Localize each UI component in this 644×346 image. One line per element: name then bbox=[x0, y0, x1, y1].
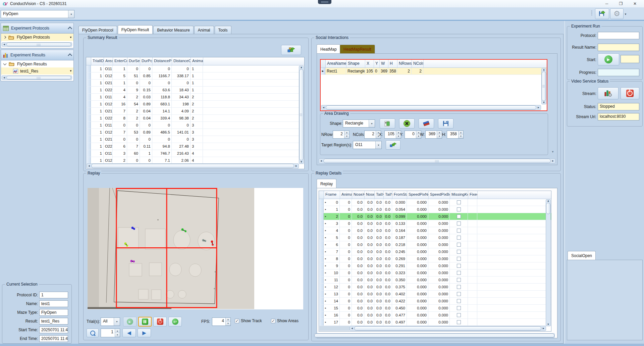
apply-target-button[interactable] bbox=[386, 140, 400, 150]
missingkeys-checkbox[interactable] bbox=[457, 200, 461, 204]
missingkeys-checkbox[interactable] bbox=[457, 264, 461, 268]
experiment-results-header[interactable]: Experiment Results bbox=[1, 50, 74, 60]
expander-icon[interactable] bbox=[3, 36, 6, 39]
row-expander-icon[interactable]: ▸ bbox=[325, 271, 326, 274]
chevron-down-icon[interactable]: ▼ bbox=[114, 318, 120, 326]
column-header[interactable]: Shape bbox=[346, 60, 365, 67]
column-header[interactable]: TailX bbox=[375, 191, 384, 199]
tab-socialopen[interactable]: SocialOpen bbox=[568, 251, 596, 260]
scroll-down-icon[interactable]: ▼ bbox=[542, 101, 546, 104]
replay-details-vscrollbar[interactable]: ▲ ▼ bbox=[546, 199, 551, 326]
missingkeys-checkbox[interactable] bbox=[457, 306, 461, 310]
column-header[interactable]: NoseY bbox=[365, 191, 375, 199]
column-header[interactable]: DistancePix bbox=[153, 57, 172, 65]
spin-up-icon[interactable]: ▲ bbox=[437, 131, 442, 135]
pause-button[interactable] bbox=[138, 317, 152, 327]
area-ncols-spinner[interactable]: 2▲▼ bbox=[364, 131, 381, 139]
scroll-left-icon[interactable]: ◄ bbox=[319, 160, 323, 162]
toolbar-overflow-chevron[interactable]: ▼ bbox=[624, 13, 627, 16]
prev-frame-button[interactable]: ◀ bbox=[122, 329, 136, 337]
missingkeys-checkbox[interactable] bbox=[457, 214, 461, 218]
checkbox-checked-icon[interactable]: ✓ bbox=[271, 319, 275, 323]
area-nrows-spinner[interactable]: 2▲▼ bbox=[333, 131, 350, 139]
tab-replay-details[interactable]: Replay bbox=[317, 179, 336, 188]
replay-details-row[interactable]: ▸700.00.00.00.00.2450.0000.000 bbox=[319, 248, 551, 255]
summary-table-row[interactable]: 1O21100001 bbox=[86, 80, 304, 87]
column-header[interactable]: NCols bbox=[412, 60, 424, 67]
spin-down-icon[interactable]: ▼ bbox=[226, 322, 230, 326]
scroll-left-icon[interactable]: ◄ bbox=[350, 327, 354, 330]
scroll-up-icon[interactable]: ▲ bbox=[299, 66, 304, 69]
column-header[interactable]: W bbox=[380, 60, 388, 67]
replay-details-hscrollbar[interactable]: ◄ ► bbox=[350, 326, 546, 331]
row-expander-icon[interactable]: ▸ bbox=[325, 286, 326, 288]
replay-video[interactable] bbox=[88, 188, 254, 309]
tab-animal[interactable]: Animal bbox=[194, 26, 214, 34]
stop-button[interactable] bbox=[153, 317, 167, 327]
tree-item-test1-res[interactable]: test1_Res ▼ bbox=[1, 67, 73, 75]
restart-button[interactable]: ↩ bbox=[168, 317, 182, 327]
replay-details-page-hscrollbar[interactable] bbox=[314, 333, 555, 338]
start-value-input[interactable] bbox=[621, 55, 639, 63]
missingkeys-checkbox[interactable] bbox=[457, 285, 461, 289]
draw-area-button[interactable] bbox=[380, 118, 395, 129]
tab-flyopen-result[interactable]: FlyOpen Result bbox=[118, 25, 153, 34]
spin-down-icon[interactable]: ▼ bbox=[437, 135, 442, 138]
shape-combobox[interactable]: Rectangle ▼ bbox=[343, 119, 375, 128]
column-header[interactable]: DurSec bbox=[127, 57, 140, 65]
close-button[interactable]: ✕ bbox=[629, 0, 641, 7]
row-expander-icon[interactable]: ▸ bbox=[325, 321, 326, 324]
replay-details-row[interactable]: ▸1400.00.00.00.00.4220.0000.000 bbox=[319, 298, 551, 305]
scroll-down-icon[interactable]: ▼ bbox=[299, 161, 304, 163]
column-header[interactable]: Area bbox=[104, 57, 113, 65]
scroll-up-icon[interactable]: ▲ bbox=[546, 200, 550, 202]
chevron-down-icon[interactable]: ▼ bbox=[68, 10, 74, 18]
stream-power-button[interactable] bbox=[621, 87, 639, 99]
summary-table-row[interactable]: 1O11420.03118.834.432 bbox=[86, 94, 304, 101]
row-expander-icon[interactable]: ▸ bbox=[325, 215, 326, 218]
summary-hscrollbar[interactable]: ◄ ► bbox=[87, 163, 299, 168]
missingkeys-checkbox[interactable] bbox=[457, 278, 461, 282]
replay-details-row[interactable]: ▸500.00.00.00.00.1870.0000.000 bbox=[319, 234, 551, 241]
scroll-left-icon[interactable]: ◄ bbox=[87, 165, 91, 167]
selection-field-value[interactable]: FlyOpen bbox=[39, 309, 68, 316]
missingkeys-checkbox[interactable] bbox=[457, 221, 461, 226]
replay-details-row[interactable]: ▸300.00.00.00.00.1330.0000.000 bbox=[319, 220, 551, 227]
area-y-spinner[interactable]: 0▲▼ bbox=[405, 131, 421, 139]
play-button[interactable]: ▶ bbox=[123, 317, 137, 327]
area-w-spinner[interactable]: 369▲▼ bbox=[425, 131, 442, 139]
replay-details-row[interactable]: ▸200.00.00.00.00.0990.0000.000 bbox=[319, 213, 551, 220]
missingkeys-checkbox[interactable] bbox=[457, 236, 461, 240]
column-header[interactable]: FromStart bbox=[392, 191, 407, 199]
tree-item-flyopen-protocols[interactable]: FlyOpen Protocols ▼ bbox=[1, 34, 73, 41]
seek-frame-button[interactable] bbox=[87, 329, 99, 337]
replay-details-row[interactable]: ▸400.00.00.00.00.1640.0000.000 bbox=[319, 227, 551, 234]
maximize-button[interactable]: ❐ bbox=[614, 0, 627, 7]
show-track-checkbox[interactable]: ✓ Show Track bbox=[235, 318, 262, 323]
spin-up-icon[interactable]: ▲ bbox=[115, 329, 120, 333]
scroll-right-icon[interactable]: ► bbox=[541, 327, 546, 330]
row-expander-icon[interactable]: ▸ bbox=[325, 201, 326, 204]
row-options-chevron[interactable]: ▼ bbox=[69, 69, 72, 72]
protocols-hscrollbar[interactable]: ◄ |||| bbox=[2, 42, 72, 47]
summary-export-button[interactable] bbox=[281, 45, 301, 55]
summary-table-row[interactable]: 1O11100001 bbox=[86, 65, 304, 72]
area-h-spinner[interactable]: 358▲▼ bbox=[447, 131, 464, 139]
expander-icon[interactable] bbox=[3, 62, 7, 65]
area-x-spinner[interactable]: 105▲▼ bbox=[384, 131, 401, 139]
scroll-right-icon[interactable]: ► bbox=[294, 165, 299, 167]
row-expander-icon[interactable]: ▸ bbox=[325, 250, 326, 253]
summary-table-row[interactable]: 1O21720.0414.14.092 bbox=[86, 108, 304, 115]
selection-field-value[interactable]: test1 bbox=[39, 300, 68, 307]
tab-tools[interactable]: Tools bbox=[215, 26, 231, 34]
column-header[interactable]: NoseX bbox=[352, 191, 365, 199]
column-header[interactable]: DurPct bbox=[140, 57, 153, 65]
summary-table-row[interactable]: 1O127530.89486.5141.013 bbox=[86, 129, 304, 136]
area-table-row[interactable]: ▶Rect1Rectangle105036935822 bbox=[321, 68, 547, 75]
fps-spinner[interactable]: 4 ▲▼ bbox=[212, 317, 231, 326]
tab-flyopen-protocol[interactable]: FlyOpen Protocol bbox=[78, 26, 117, 34]
heatmap-page-hscrollbar[interactable]: ◄ |||| ► bbox=[319, 158, 555, 163]
column-header[interactable]: MissingKeys bbox=[450, 191, 468, 199]
missingkeys-checkbox[interactable] bbox=[457, 207, 461, 211]
spin-down-icon[interactable]: ▼ bbox=[115, 333, 120, 337]
